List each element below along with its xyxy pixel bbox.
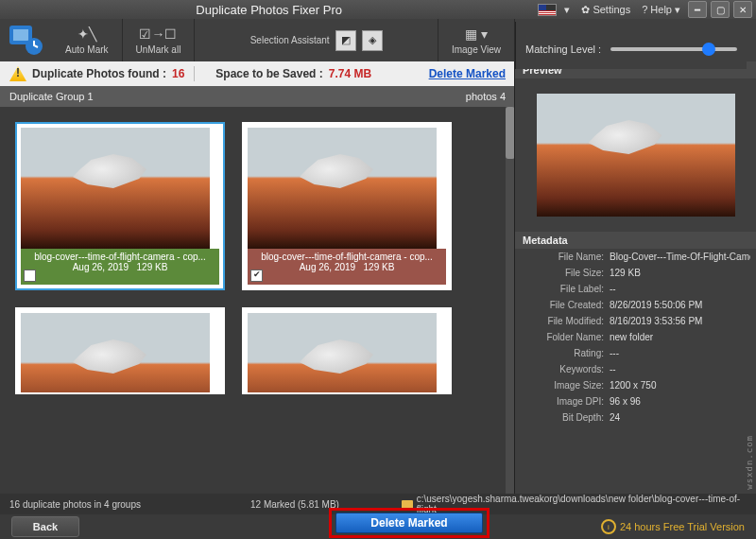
metadata-key: File Size:: [521, 268, 610, 278]
preview-image: [537, 94, 735, 217]
metadata-value: --: [610, 364, 750, 374]
photo-thumbnail: [248, 313, 437, 394]
metadata-row: File Created:8/26/2019 5:50:06 PM: [515, 297, 756, 313]
matching-level-control: Matching Level :: [515, 22, 747, 69]
photo-thumbnail: [21, 313, 210, 394]
group-header: Duplicate Group 1 photos 4: [0, 86, 515, 107]
metadata-value: 96 x 96: [610, 396, 750, 407]
metadata-row: File Modified:8/16/2019 3:53:56 PM: [515, 313, 756, 329]
unmark-all-label: UnMark all: [136, 44, 181, 55]
metadata-key: Bit Depth:: [521, 412, 610, 423]
warning-icon: [9, 66, 26, 81]
photo-filename: blog-cover---time-of-flight-camera - cop…: [251, 252, 442, 262]
metadata-row: Keywords:--: [515, 361, 756, 377]
side-panel: Matching Level : Preview Metadata File N…: [514, 61, 756, 494]
selection-assistant-btn-2[interactable]: ◈: [362, 30, 383, 51]
preview-pane: [515, 78, 756, 232]
close-button[interactable]: ✕: [733, 1, 752, 18]
metadata-row: Rating:---: [515, 345, 756, 361]
found-label: Duplicate Photos found :: [32, 67, 166, 80]
metadata-value: 1200 x 750: [610, 380, 750, 391]
selection-assistant-label: Selection Assistant: [250, 35, 330, 45]
image-view-button[interactable]: ▦ ▾ Image View: [438, 19, 515, 61]
settings-link[interactable]: ✿ Settings: [577, 4, 634, 16]
metadata-value: --: [610, 284, 750, 294]
space-label: Space to be Saved :: [215, 67, 322, 80]
photo-card[interactable]: [242, 307, 452, 394]
metadata-key: File Created:: [521, 300, 610, 310]
metadata-key: File Name:: [521, 252, 610, 262]
metadata-key: Image DPI:: [521, 396, 610, 407]
info-icon: i: [601, 519, 616, 534]
photo-filename: blog-cover---time-of-flight-camera - cop…: [25, 252, 215, 262]
metadata-table: File Name:Blog-Cover---Time-Of-Flight-Ca…: [515, 249, 756, 426]
metadata-header: Metadata: [515, 232, 756, 249]
metadata-row: File Label:--: [515, 281, 756, 297]
auto-mark-button[interactable]: ✦╲ Auto Mark: [52, 19, 123, 61]
thumbnail-grid: blog-cover---time-of-flight-camera - cop…: [0, 107, 497, 409]
metadata-row: File Size:129 KB: [515, 265, 756, 281]
back-button[interactable]: Back: [11, 516, 79, 537]
photo-info: blog-cover---time-of-flight-camera - cop…: [248, 249, 446, 285]
metadata-value: 8/26/2019 5:50:06 PM: [610, 300, 750, 310]
wand-icon: ✦╲: [77, 26, 96, 43]
auto-mark-label: Auto Mark: [65, 44, 109, 55]
photo-card[interactable]: blog-cover---time-of-flight-camera - cop…: [15, 122, 225, 290]
selection-assistant-group: Selection Assistant ◩ ◈: [195, 19, 438, 61]
delete-marked-link[interactable]: Delete Marked: [429, 67, 506, 80]
minimize-button[interactable]: ━: [688, 1, 707, 18]
thumbnail-scroll: blog-cover---time-of-flight-camera - cop…: [0, 107, 515, 494]
metadata-key: Folder Name:: [521, 332, 610, 342]
metadata-value: 24: [610, 412, 750, 423]
metadata-row: File Name:Blog-Cover---Time-Of-Flight-Ca…: [515, 249, 756, 265]
language-flag-icon[interactable]: [538, 4, 557, 16]
matching-level-label: Matching Level :: [525, 43, 601, 55]
grid-icon: ▦ ▾: [465, 26, 488, 43]
photo-checkbox[interactable]: [24, 270, 36, 282]
metadata-row: Image DPI:96 x 96: [515, 393, 756, 409]
metadata-value: 129 KB: [610, 268, 750, 278]
photo-card[interactable]: [15, 307, 225, 394]
status-summary: 16 duplicate photos in 4 groups: [0, 499, 250, 510]
info-bar: Duplicate Photos found : 16 Space to be …: [0, 61, 515, 86]
photo-card[interactable]: blog-cover---time-of-flight-camera - cop…: [242, 122, 452, 290]
group-count: photos 4: [466, 91, 506, 102]
metadata-key: File Modified:: [521, 316, 610, 326]
group-name: Duplicate Group 1: [9, 91, 94, 102]
main-area: Duplicate Photos found : 16 Space to be …: [0, 61, 515, 494]
space-value: 7.74 MB: [329, 67, 371, 80]
photo-thumbnail: [248, 128, 437, 249]
photo-info: blog-cover---time-of-flight-camera - cop…: [21, 249, 219, 285]
metadata-value: ---: [610, 348, 750, 358]
found-value: 16: [172, 67, 184, 80]
metadata-row: Bit Depth:24: [515, 409, 756, 426]
language-dropdown-arrow[interactable]: ▾: [560, 4, 574, 16]
metadata-row: Image Size:1200 x 750: [515, 377, 756, 393]
selection-assistant-btn-1[interactable]: ◩: [335, 30, 356, 51]
svg-rect-1: [13, 29, 28, 41]
metadata-key: Keywords:: [521, 364, 610, 374]
metadata-key: File Label:: [521, 284, 610, 294]
titlebar: Duplicate Photos Fixer Pro ▾ ✿ Settings …: [0, 0, 756, 19]
photo-thumbnail: [21, 128, 210, 249]
delete-marked-button[interactable]: Delete Marked: [335, 513, 483, 533]
watermark: wsxdn.com: [745, 435, 754, 490]
app-logo-icon: [0, 19, 52, 61]
trial-notice[interactable]: i 24 hours Free Trial Version: [601, 519, 745, 534]
metadata-value: new folder: [610, 332, 750, 342]
metadata-value: Blog-Cover---Time-Of-Flight-Camera - Cop…: [610, 252, 750, 262]
image-view-label: Image View: [452, 44, 501, 55]
photo-checkbox[interactable]: ✔: [250, 270, 263, 282]
help-link[interactable]: ? Help ▾: [638, 4, 684, 16]
matching-level-slider[interactable]: [610, 47, 737, 51]
metadata-key: Rating:: [521, 348, 610, 358]
unmark-icon: ☑→☐: [139, 26, 177, 43]
metadata-key: Image Size:: [521, 380, 610, 391]
delete-button-highlight: Delete Marked: [329, 508, 490, 538]
unmark-all-button[interactable]: ☑→☐ UnMark all: [123, 19, 196, 61]
metadata-value: 8/16/2019 3:53:56 PM: [610, 316, 750, 326]
metadata-row: Folder Name:new folder: [515, 329, 756, 345]
app-title: Duplicate Photos Fixer Pro: [4, 3, 534, 17]
maximize-button[interactable]: ▢: [711, 1, 730, 18]
